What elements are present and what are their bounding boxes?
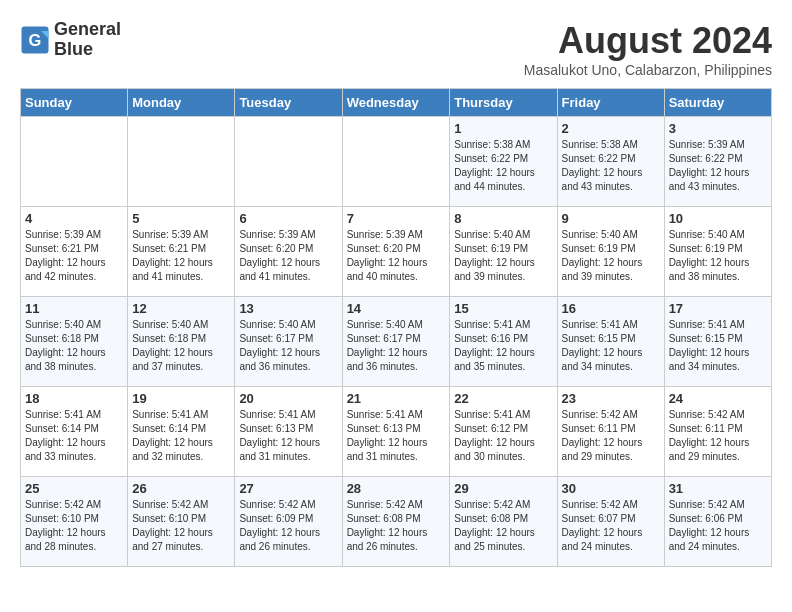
calendar-cell: 29Sunrise: 5:42 AM Sunset: 6:08 PM Dayli… xyxy=(450,477,557,567)
calendar-cell: 9Sunrise: 5:40 AM Sunset: 6:19 PM Daylig… xyxy=(557,207,664,297)
calendar-cell: 28Sunrise: 5:42 AM Sunset: 6:08 PM Dayli… xyxy=(342,477,450,567)
day-info: Sunrise: 5:40 AM Sunset: 6:17 PM Dayligh… xyxy=(239,318,337,374)
day-number: 19 xyxy=(132,391,230,406)
calendar-cell: 14Sunrise: 5:40 AM Sunset: 6:17 PM Dayli… xyxy=(342,297,450,387)
day-number: 4 xyxy=(25,211,123,226)
calendar-cell: 25Sunrise: 5:42 AM Sunset: 6:10 PM Dayli… xyxy=(21,477,128,567)
day-info: Sunrise: 5:41 AM Sunset: 6:12 PM Dayligh… xyxy=(454,408,552,464)
weekday-header-thursday: Thursday xyxy=(450,89,557,117)
calendar-cell: 1Sunrise: 5:38 AM Sunset: 6:22 PM Daylig… xyxy=(450,117,557,207)
page-header: G General Blue August 2024 Masalukot Uno… xyxy=(20,20,772,78)
day-info: Sunrise: 5:41 AM Sunset: 6:13 PM Dayligh… xyxy=(347,408,446,464)
day-number: 13 xyxy=(239,301,337,316)
day-number: 10 xyxy=(669,211,767,226)
day-info: Sunrise: 5:42 AM Sunset: 6:08 PM Dayligh… xyxy=(454,498,552,554)
day-number: 5 xyxy=(132,211,230,226)
calendar-cell: 16Sunrise: 5:41 AM Sunset: 6:15 PM Dayli… xyxy=(557,297,664,387)
week-row-3: 11Sunrise: 5:40 AM Sunset: 6:18 PM Dayli… xyxy=(21,297,772,387)
day-number: 15 xyxy=(454,301,552,316)
calendar-cell xyxy=(128,117,235,207)
day-info: Sunrise: 5:42 AM Sunset: 6:11 PM Dayligh… xyxy=(669,408,767,464)
day-info: Sunrise: 5:41 AM Sunset: 6:15 PM Dayligh… xyxy=(562,318,660,374)
week-row-2: 4Sunrise: 5:39 AM Sunset: 6:21 PM Daylig… xyxy=(21,207,772,297)
day-info: Sunrise: 5:38 AM Sunset: 6:22 PM Dayligh… xyxy=(454,138,552,194)
calendar-cell: 20Sunrise: 5:41 AM Sunset: 6:13 PM Dayli… xyxy=(235,387,342,477)
calendar-cell: 27Sunrise: 5:42 AM Sunset: 6:09 PM Dayli… xyxy=(235,477,342,567)
calendar-cell: 7Sunrise: 5:39 AM Sunset: 6:20 PM Daylig… xyxy=(342,207,450,297)
day-number: 20 xyxy=(239,391,337,406)
calendar-cell: 4Sunrise: 5:39 AM Sunset: 6:21 PM Daylig… xyxy=(21,207,128,297)
day-number: 17 xyxy=(669,301,767,316)
day-number: 8 xyxy=(454,211,552,226)
day-number: 18 xyxy=(25,391,123,406)
day-info: Sunrise: 5:42 AM Sunset: 6:07 PM Dayligh… xyxy=(562,498,660,554)
week-row-1: 1Sunrise: 5:38 AM Sunset: 6:22 PM Daylig… xyxy=(21,117,772,207)
day-info: Sunrise: 5:39 AM Sunset: 6:22 PM Dayligh… xyxy=(669,138,767,194)
day-info: Sunrise: 5:42 AM Sunset: 6:10 PM Dayligh… xyxy=(132,498,230,554)
weekday-header-monday: Monday xyxy=(128,89,235,117)
calendar-cell: 30Sunrise: 5:42 AM Sunset: 6:07 PM Dayli… xyxy=(557,477,664,567)
day-info: Sunrise: 5:42 AM Sunset: 6:08 PM Dayligh… xyxy=(347,498,446,554)
day-number: 28 xyxy=(347,481,446,496)
weekday-header-row: SundayMondayTuesdayWednesdayThursdayFrid… xyxy=(21,89,772,117)
day-number: 3 xyxy=(669,121,767,136)
day-number: 6 xyxy=(239,211,337,226)
day-number: 9 xyxy=(562,211,660,226)
day-number: 21 xyxy=(347,391,446,406)
calendar-cell: 24Sunrise: 5:42 AM Sunset: 6:11 PM Dayli… xyxy=(664,387,771,477)
calendar-cell: 8Sunrise: 5:40 AM Sunset: 6:19 PM Daylig… xyxy=(450,207,557,297)
day-number: 14 xyxy=(347,301,446,316)
calendar-cell: 21Sunrise: 5:41 AM Sunset: 6:13 PM Dayli… xyxy=(342,387,450,477)
day-number: 29 xyxy=(454,481,552,496)
logo-icon: G xyxy=(20,25,50,55)
calendar-cell: 23Sunrise: 5:42 AM Sunset: 6:11 PM Dayli… xyxy=(557,387,664,477)
calendar-cell: 11Sunrise: 5:40 AM Sunset: 6:18 PM Dayli… xyxy=(21,297,128,387)
day-info: Sunrise: 5:40 AM Sunset: 6:19 PM Dayligh… xyxy=(669,228,767,284)
calendar-cell: 26Sunrise: 5:42 AM Sunset: 6:10 PM Dayli… xyxy=(128,477,235,567)
calendar-cell xyxy=(21,117,128,207)
day-number: 23 xyxy=(562,391,660,406)
svg-text:G: G xyxy=(29,31,42,49)
day-number: 16 xyxy=(562,301,660,316)
day-number: 27 xyxy=(239,481,337,496)
day-info: Sunrise: 5:39 AM Sunset: 6:21 PM Dayligh… xyxy=(25,228,123,284)
calendar-cell: 3Sunrise: 5:39 AM Sunset: 6:22 PM Daylig… xyxy=(664,117,771,207)
calendar-cell xyxy=(235,117,342,207)
day-number: 30 xyxy=(562,481,660,496)
calendar-cell: 18Sunrise: 5:41 AM Sunset: 6:14 PM Dayli… xyxy=(21,387,128,477)
calendar-cell: 22Sunrise: 5:41 AM Sunset: 6:12 PM Dayli… xyxy=(450,387,557,477)
day-info: Sunrise: 5:41 AM Sunset: 6:15 PM Dayligh… xyxy=(669,318,767,374)
day-number: 25 xyxy=(25,481,123,496)
day-info: Sunrise: 5:40 AM Sunset: 6:18 PM Dayligh… xyxy=(132,318,230,374)
day-number: 2 xyxy=(562,121,660,136)
day-info: Sunrise: 5:40 AM Sunset: 6:17 PM Dayligh… xyxy=(347,318,446,374)
logo-text: General Blue xyxy=(54,20,121,60)
calendar-cell: 12Sunrise: 5:40 AM Sunset: 6:18 PM Dayli… xyxy=(128,297,235,387)
weekday-header-sunday: Sunday xyxy=(21,89,128,117)
day-info: Sunrise: 5:40 AM Sunset: 6:19 PM Dayligh… xyxy=(562,228,660,284)
day-info: Sunrise: 5:41 AM Sunset: 6:14 PM Dayligh… xyxy=(25,408,123,464)
day-info: Sunrise: 5:41 AM Sunset: 6:13 PM Dayligh… xyxy=(239,408,337,464)
day-info: Sunrise: 5:42 AM Sunset: 6:09 PM Dayligh… xyxy=(239,498,337,554)
calendar-cell: 15Sunrise: 5:41 AM Sunset: 6:16 PM Dayli… xyxy=(450,297,557,387)
week-row-4: 18Sunrise: 5:41 AM Sunset: 6:14 PM Dayli… xyxy=(21,387,772,477)
day-info: Sunrise: 5:40 AM Sunset: 6:19 PM Dayligh… xyxy=(454,228,552,284)
day-info: Sunrise: 5:41 AM Sunset: 6:14 PM Dayligh… xyxy=(132,408,230,464)
day-number: 1 xyxy=(454,121,552,136)
day-info: Sunrise: 5:39 AM Sunset: 6:20 PM Dayligh… xyxy=(347,228,446,284)
calendar-cell: 10Sunrise: 5:40 AM Sunset: 6:19 PM Dayli… xyxy=(664,207,771,297)
weekday-header-friday: Friday xyxy=(557,89,664,117)
calendar-cell: 5Sunrise: 5:39 AM Sunset: 6:21 PM Daylig… xyxy=(128,207,235,297)
day-info: Sunrise: 5:42 AM Sunset: 6:06 PM Dayligh… xyxy=(669,498,767,554)
week-row-5: 25Sunrise: 5:42 AM Sunset: 6:10 PM Dayli… xyxy=(21,477,772,567)
day-info: Sunrise: 5:42 AM Sunset: 6:10 PM Dayligh… xyxy=(25,498,123,554)
calendar-table: SundayMondayTuesdayWednesdayThursdayFrid… xyxy=(20,88,772,567)
calendar-cell: 19Sunrise: 5:41 AM Sunset: 6:14 PM Dayli… xyxy=(128,387,235,477)
day-info: Sunrise: 5:40 AM Sunset: 6:18 PM Dayligh… xyxy=(25,318,123,374)
day-number: 11 xyxy=(25,301,123,316)
calendar-cell: 17Sunrise: 5:41 AM Sunset: 6:15 PM Dayli… xyxy=(664,297,771,387)
calendar-cell: 31Sunrise: 5:42 AM Sunset: 6:06 PM Dayli… xyxy=(664,477,771,567)
month-title: August 2024 xyxy=(524,20,772,62)
weekday-header-tuesday: Tuesday xyxy=(235,89,342,117)
location-subtitle: Masalukot Uno, Calabarzon, Philippines xyxy=(524,62,772,78)
